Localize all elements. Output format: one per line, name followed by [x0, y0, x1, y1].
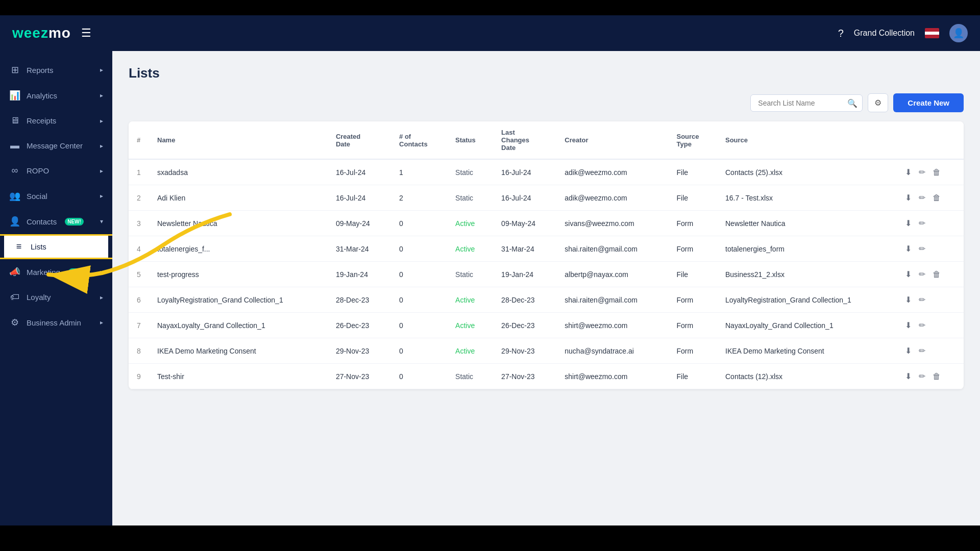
row-source-type: File — [669, 185, 718, 211]
table-row: 6 LoyaltyRegistration_Grand Collection_1… — [129, 287, 964, 313]
edit-button[interactable]: ✏ — [918, 345, 926, 357]
row-last-change: 27-Nov-23 — [493, 364, 556, 389]
row-actions: ⬇ ✏ 🗑 — [896, 160, 964, 185]
sidebar-item-marketing[interactable]: 📣 Marketing NEW! ▸ — [0, 259, 112, 285]
row-status: Static — [447, 364, 493, 389]
row-last-change: 16-Jul-24 — [493, 159, 556, 185]
flag-icon — [925, 28, 939, 38]
edit-button[interactable]: ✏ — [918, 217, 926, 229]
download-button[interactable]: ⬇ — [904, 217, 913, 229]
search-icon[interactable]: 🔍 — [847, 98, 857, 108]
sidebar-item-label: Loyalty — [27, 293, 51, 302]
sidebar-item-social[interactable]: 👥 Social ▸ — [0, 183, 112, 209]
row-status: Active — [447, 313, 493, 338]
row-creator: adik@weezmo.com — [556, 159, 668, 185]
sidebar-item-message-center[interactable]: ▬ Message Center ▸ — [0, 133, 112, 158]
sidebar-item-lists[interactable]: ≡ Lists — [4, 234, 108, 259]
sidebar-item-business-admin[interactable]: ⚙ Business Admin ▸ — [0, 310, 112, 335]
row-created: 09-May-24 — [328, 211, 391, 236]
row-last-change: 29-Nov-23 — [493, 338, 556, 364]
row-actions: ⬇ ✏ — [896, 287, 964, 312]
row-created: 16-Jul-24 — [328, 185, 391, 211]
row-status: Active — [447, 211, 493, 236]
sidebar-item-label: Marketing — [27, 268, 60, 277]
download-button[interactable]: ⬇ — [904, 268, 913, 280]
col-creator: Creator — [556, 121, 668, 159]
download-button[interactable]: ⬇ — [904, 345, 913, 357]
topbar: weezmo ☰ ? Grand Collection 👤 — [0, 15, 980, 51]
table-row: 3 Newsletter Nautica 09-May-24 0 Active … — [129, 211, 964, 236]
download-button[interactable]: ⬇ — [904, 370, 913, 382]
search-input[interactable] — [750, 94, 863, 112]
sidebar-item-label: Contacts — [27, 217, 57, 226]
row-name: Test-shir — [149, 364, 328, 389]
page-header: Lists — [129, 65, 964, 81]
row-source-type: File — [669, 159, 718, 185]
toolbar: 🔍 ⚙ Create New — [129, 93, 964, 112]
marketing-badge: NEW! — [68, 268, 87, 276]
row-source: LoyaltyRegistration_Grand Collection_1 — [717, 287, 896, 313]
row-source: Contacts (12).xlsx — [717, 364, 896, 389]
download-button[interactable]: ⬇ — [904, 192, 913, 204]
col-created: CreatedDate — [328, 121, 391, 159]
message-center-icon: ▬ — [9, 140, 20, 151]
sidebar-item-receipts[interactable]: 🖥 Receipts ▸ — [0, 108, 112, 133]
download-button[interactable]: ⬇ — [904, 166, 913, 178]
row-name: LoyaltyRegistration_Grand Collection_1 — [149, 287, 328, 313]
filter-button[interactable]: ⚙ — [868, 93, 888, 112]
sidebar-item-label: Reports — [27, 66, 54, 74]
sidebar-item-label: Message Center — [27, 141, 83, 150]
delete-button[interactable]: 🗑 — [932, 371, 942, 382]
create-new-button[interactable]: Create New — [893, 93, 964, 112]
chevron-icon: ▸ — [100, 117, 103, 124]
topbar-right: ? Grand Collection 👤 — [838, 24, 968, 42]
help-icon[interactable]: ? — [838, 28, 844, 39]
row-created: 29-Nov-23 — [328, 338, 391, 364]
sidebar-item-ropo[interactable]: ∞ ROPO ▸ — [0, 158, 112, 183]
sidebar-item-label: Social — [27, 192, 47, 201]
sidebar-item-label: Lists — [31, 242, 46, 251]
row-source: Newsletter Nautica — [717, 211, 896, 236]
row-num: 4 — [129, 236, 149, 262]
edit-button[interactable]: ✏ — [918, 166, 926, 178]
download-button[interactable]: ⬇ — [904, 243, 913, 255]
sidebar-item-analytics[interactable]: 📊 Analytics ▸ — [0, 83, 112, 108]
loyalty-icon: 🏷 — [9, 292, 20, 303]
edit-button[interactable]: ✏ — [918, 294, 926, 306]
hamburger-menu[interactable]: ☰ — [81, 27, 91, 40]
user-avatar[interactable]: 👤 — [949, 24, 968, 42]
col-last-change: LastChangesDate — [493, 121, 556, 159]
row-source-type: Form — [669, 236, 718, 262]
delete-button[interactable]: 🗑 — [932, 192, 942, 204]
edit-button[interactable]: ✏ — [918, 192, 926, 204]
table-row: 7 NayaxLoyalty_Grand Collection_1 26-Dec… — [129, 313, 964, 338]
sidebar-item-reports[interactable]: ⊞ Reports ▸ — [0, 57, 112, 83]
row-creator: sivans@weezmo.com — [556, 211, 668, 236]
col-num: # — [129, 121, 149, 159]
row-contacts: 1 — [391, 159, 447, 185]
delete-button[interactable]: 🗑 — [932, 269, 942, 280]
download-button[interactable]: ⬇ — [904, 294, 913, 306]
edit-button[interactable]: ✏ — [918, 268, 926, 280]
sidebar-item-contacts[interactable]: 👤 Contacts NEW! ▾ — [0, 209, 112, 234]
download-button[interactable]: ⬇ — [904, 319, 913, 331]
table-row: 5 test-progress 19-Jan-24 0 Static 19-Ja… — [129, 262, 964, 287]
edit-button[interactable]: ✏ — [918, 370, 926, 382]
sidebar-item-label: ROPO — [27, 166, 49, 175]
sidebar-item-loyalty[interactable]: 🏷 Loyalty ▸ — [0, 285, 112, 310]
row-status: Static — [447, 262, 493, 287]
row-status: Active — [447, 338, 493, 364]
col-actions — [896, 121, 964, 159]
table-row: 1 sxadadsa 16-Jul-24 1 Static 16-Jul-24 … — [129, 159, 964, 185]
edit-button[interactable]: ✏ — [918, 243, 926, 255]
row-last-change: 19-Jan-24 — [493, 262, 556, 287]
sidebar-item-label: Receipts — [27, 116, 56, 125]
delete-button[interactable]: 🗑 — [932, 167, 942, 178]
edit-button[interactable]: ✏ — [918, 319, 926, 331]
row-creator: shirt@weezmo.com — [556, 313, 668, 338]
row-created: 19-Jan-24 — [328, 262, 391, 287]
sidebar: ⊞ Reports ▸ 📊 Analytics ▸ 🖥 Receipts ▸ ▬… — [0, 51, 112, 551]
row-last-change: 26-Dec-23 — [493, 313, 556, 338]
row-contacts: 0 — [391, 211, 447, 236]
row-contacts: 2 — [391, 185, 447, 211]
